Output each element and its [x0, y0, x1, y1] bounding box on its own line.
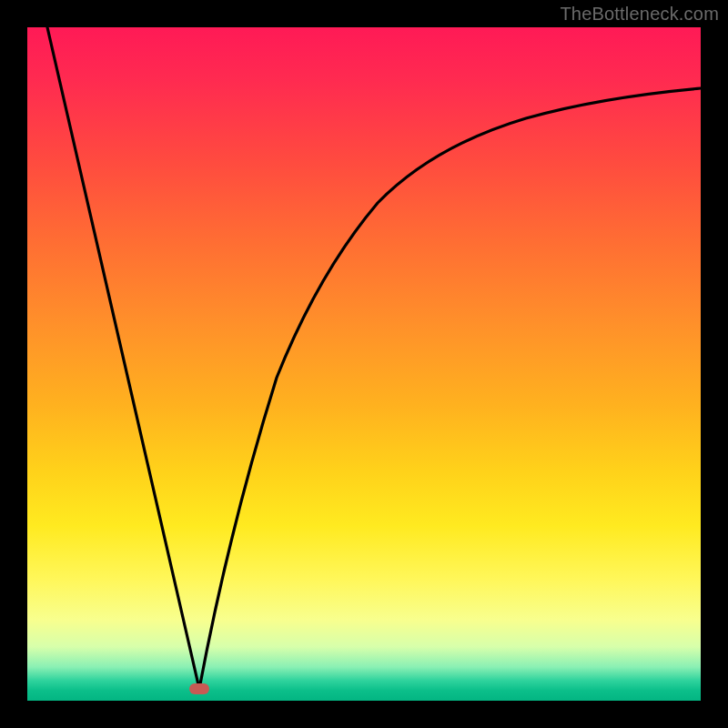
curve-left-branch	[47, 27, 199, 689]
curve-right-branch	[199, 88, 701, 689]
min-marker	[189, 683, 209, 694]
bottleneck-curve	[27, 27, 701, 701]
chart-frame: TheBottleneck.com	[0, 0, 728, 728]
watermark-text: TheBottleneck.com	[560, 4, 719, 25]
plot-area	[27, 27, 701, 701]
